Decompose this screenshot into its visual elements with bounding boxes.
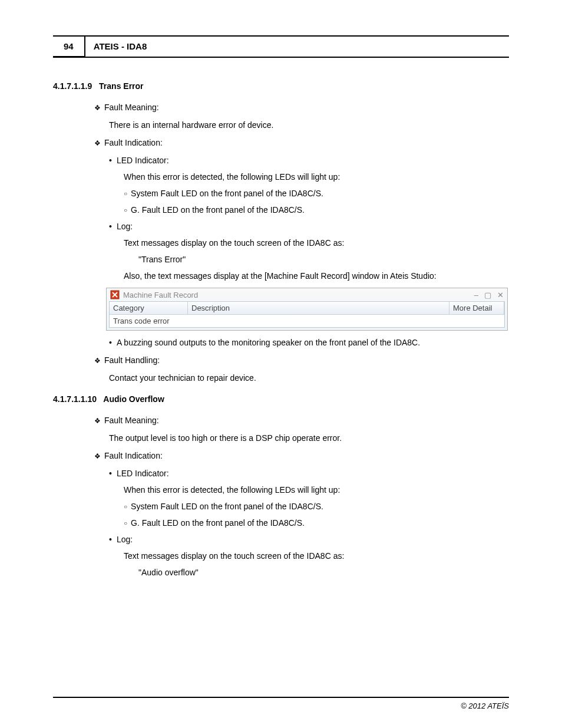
table-header: Category Description More Detail bbox=[110, 302, 504, 315]
window-title: Machine Fault Record bbox=[123, 291, 474, 299]
led-indicator-label: LED Indicator: bbox=[109, 469, 509, 478]
led-indicator-label: LED Indicator: bbox=[109, 156, 509, 165]
fault-meaning-label: Fault Meaning: bbox=[94, 103, 509, 112]
section-heading-trans-error: 4.1.7.1.1.9 Trans Error bbox=[53, 81, 509, 91]
log-label: Log: bbox=[109, 535, 509, 544]
column-description[interactable]: Description bbox=[188, 302, 449, 314]
column-category[interactable]: Category bbox=[110, 302, 188, 314]
fault-indication-label: Fault Indication: bbox=[94, 451, 509, 460]
log-text: Also, the text messages display at the [… bbox=[124, 271, 509, 281]
section-title: Trans Error bbox=[99, 81, 143, 91]
cell-category: Trans code error bbox=[110, 315, 187, 327]
page-header: 94 ATEIS - IDA8 bbox=[53, 35, 509, 58]
footer-copyright: © 2012 ATEÏS bbox=[53, 697, 509, 710]
led-item: G. Fault LED on the front panel of the I… bbox=[124, 205, 509, 215]
log-message: "Audio overflow" bbox=[138, 568, 509, 577]
led-item: System Fault LED on the front panel of t… bbox=[124, 502, 509, 511]
log-text: Text messages display on the touch scree… bbox=[124, 238, 509, 248]
page-number: 94 bbox=[53, 37, 85, 57]
section-number: 4.1.7.1.1.10 bbox=[53, 394, 97, 404]
led-item: System Fault LED on the front panel of t… bbox=[124, 189, 509, 198]
machine-fault-record-window: Machine Fault Record – ▢ ✕ Category Desc… bbox=[106, 288, 508, 331]
log-label: Log: bbox=[109, 222, 509, 231]
section-heading-audio-overflow: 4.1.7.1.1.10 Audio Overflow bbox=[53, 394, 509, 404]
close-icon[interactable]: ✕ bbox=[497, 291, 504, 299]
cell-description bbox=[187, 315, 450, 327]
section-title: Audio Overflow bbox=[103, 394, 164, 404]
document-title: ATEIS - IDA8 bbox=[85, 37, 156, 57]
buzzing-text: A buzzing sound outputs to the monitorin… bbox=[109, 338, 509, 347]
fault-meaning-text: The output level is too high or there is… bbox=[109, 433, 509, 443]
led-item: G. Fault LED on the front panel of the I… bbox=[124, 518, 509, 528]
led-intro-text: When this error is detected, the followi… bbox=[124, 172, 509, 182]
cell-more bbox=[450, 315, 504, 327]
fault-handling-label: Fault Handling: bbox=[94, 355, 509, 365]
fault-indication-label: Fault Indication: bbox=[94, 138, 509, 147]
fault-meaning-label: Fault Meaning: bbox=[94, 416, 509, 425]
log-text: Text messages display on the touch scree… bbox=[124, 551, 509, 561]
led-intro-text: When this error is detected, the followi… bbox=[124, 485, 509, 495]
section-number: 4.1.7.1.1.9 bbox=[53, 81, 92, 91]
log-message: "Trans Error" bbox=[138, 255, 509, 264]
fault-meaning-text: There is an internal hardware error of d… bbox=[109, 120, 509, 130]
fault-handling-text: Contact your technician to repair device… bbox=[109, 373, 509, 383]
table-row[interactable]: Trans code error bbox=[110, 315, 504, 327]
maximize-icon[interactable]: ▢ bbox=[484, 291, 491, 299]
minimize-icon[interactable]: – bbox=[474, 291, 478, 299]
column-more-detail[interactable]: More Detail bbox=[449, 302, 504, 314]
app-icon bbox=[110, 290, 120, 299]
